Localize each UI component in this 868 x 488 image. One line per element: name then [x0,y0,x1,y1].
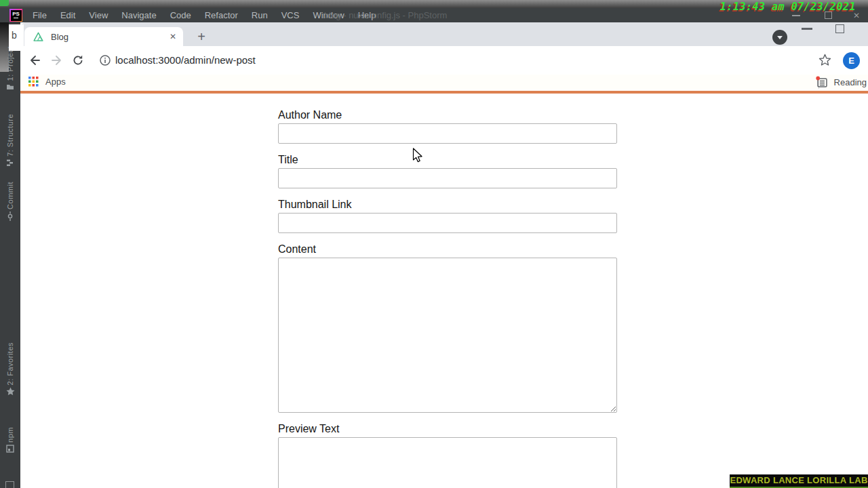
menu-run[interactable]: Run [245,8,275,22]
project-label: 1: Project [6,46,14,81]
profile-avatar[interactable]: E [843,52,860,69]
npm-label: npm [6,427,14,443]
watermark-banner: EDWARD LANCE LORILLA LAB [730,474,868,488]
menu-navigate[interactable]: Navigate [115,8,163,22]
bookmarks-bar: Apps Reading [20,75,868,91]
stripe-partial-icon [5,481,14,488]
npm-icon [6,445,14,453]
sidebar-item-commit[interactable]: Commit [0,182,20,221]
browser-toolbar: localhost:3000/admin/new-post E [20,46,868,75]
content-textarea[interactable] [278,258,617,413]
new-post-form: Author Name Title Thumbnail Link Content… [278,109,617,488]
structure-label: 7: Structure [6,114,14,157]
preview-text-label: Preview Text [278,423,617,435]
recorder-chip-icon [0,0,9,6]
author-name-input[interactable] [278,123,617,144]
recording-timestamp: 1:13:43 am 07/23/2021 [720,1,856,13]
tab-search-button[interactable] [772,30,787,45]
ide-window-title: blog - nuxt.config.js - PhpStorm [324,8,447,22]
chevron-down-icon [777,36,783,39]
reload-icon[interactable] [72,54,84,66]
sidebar-item-npm[interactable]: npm [0,427,20,453]
star-icon [6,387,15,396]
menu-code[interactable]: Code [163,8,198,22]
mouse-cursor [412,148,425,164]
thumbnail-link-label: Thumbnail Link [278,199,617,211]
sidebar-item-structure[interactable]: 7: Structure [0,114,20,167]
form-group-content: Content [278,243,617,413]
preview-text-textarea[interactable] [278,437,617,488]
commit-icon [6,211,14,221]
content-label: Content [278,243,617,256]
form-group-preview: Preview Text [278,423,617,488]
apps-grid-icon [28,77,39,87]
tab-title: Blog [51,32,168,42]
sidebar-item-favorites[interactable]: 2: Favorites [0,342,20,396]
title-input[interactable] [278,168,617,188]
form-group-title: Title [278,154,617,188]
phpstorm-logo-text: PS [12,11,20,17]
new-tab-button[interactable]: + [193,28,210,46]
nuxt-favicon-icon [33,31,44,42]
folder-icon [6,83,14,91]
tab-close-icon[interactable]: ✕ [168,32,178,41]
menu-vcs[interactable]: VCS [275,8,307,22]
commit-label: Commit [6,182,14,209]
window-maximize-button[interactable] [835,24,844,33]
form-group-thumbnail: Thumbnail Link [278,199,617,233]
apps-label: Apps [45,77,66,87]
sidebar-item-project[interactable]: 1: Project [0,46,20,91]
thumbnail-link-input[interactable] [278,213,617,233]
reading-list-label: Reading [834,77,867,87]
menu-file[interactable]: File [26,8,54,22]
title-label: Title [278,154,617,166]
author-name-label: Author Name [278,109,617,121]
menu-edit[interactable]: Edit [54,8,82,22]
back-icon[interactable] [28,54,41,66]
site-info-icon[interactable] [99,54,111,66]
browser-tab[interactable]: Blog ✕ [24,27,183,46]
menu-refactor[interactable]: Refactor [198,8,245,22]
ide-panel-fragment: b [9,24,24,51]
apps-shortcut[interactable]: Apps [28,77,66,87]
structure-icon [6,159,14,167]
form-group-author: Author Name [278,109,617,144]
menu-view[interactable]: View [82,8,115,22]
forward-icon[interactable] [51,54,63,66]
favorites-label: 2: Favorites [6,342,14,385]
phpstorm-logo-icon: PS [9,9,22,22]
reading-list-button[interactable]: Reading [816,76,867,89]
bookmark-star-icon[interactable] [818,54,831,66]
url-input[interactable]: localhost:3000/admin/new-post [115,54,256,66]
reading-list-icon [816,76,829,89]
ide-tool-stripe: 1: Project 7: Structure Commit 2: Favori… [0,22,20,488]
window-minimize-button[interactable] [802,28,812,30]
